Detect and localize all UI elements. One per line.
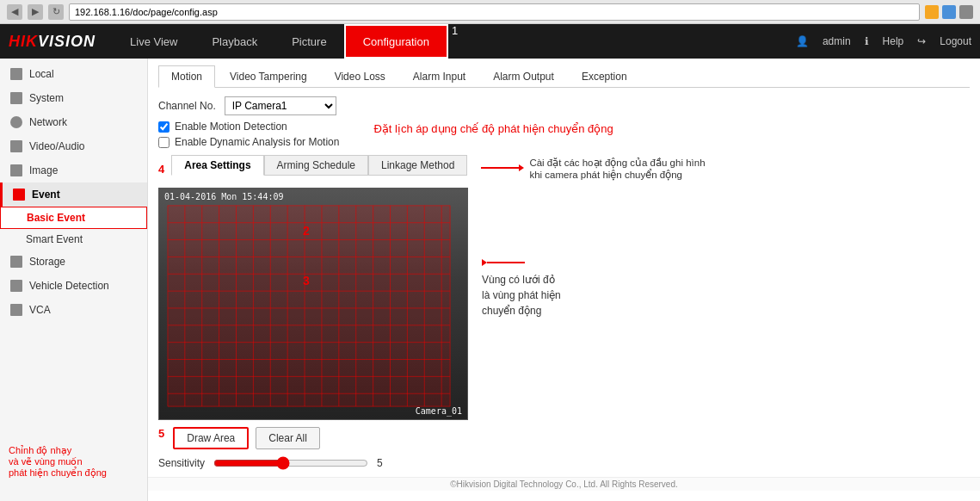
camera-timestamp: 01-04-2016 Mon 15:44:09 — [164, 192, 283, 201]
sidebar-label-vehicle: Vehicle Detection — [29, 280, 109, 292]
sidebar-item-system[interactable]: System — [0, 86, 147, 110]
smart-event-label: Smart Event — [26, 233, 83, 245]
sidebar-label-local: Local — [29, 68, 54, 80]
sidebar-item-local[interactable]: Local — [0, 62, 147, 86]
tab-alarm-input[interactable]: Alarm Input — [400, 65, 478, 87]
sub-tab-area-settings[interactable]: Area Settings — [171, 155, 263, 176]
left-annot-line1: Chỉnh độ nhạy — [9, 445, 139, 456]
sensitivity-row: Sensitivity 5 — [158, 456, 468, 470]
storage-icon — [10, 256, 22, 268]
tabs: Motion Video Tampering Video Loss Alarm … — [158, 65, 970, 88]
logo: HIKVISION — [9, 33, 96, 51]
monitor-icon — [10, 68, 22, 80]
sidebar-item-vca[interactable]: VCA — [0, 298, 147, 322]
content-inner: Motion Video Tampering Video Loss Alarm … — [148, 59, 980, 477]
network-icon — [10, 116, 22, 128]
sidebar-subitem-basic-event[interactable]: Basic Event — [0, 207, 147, 229]
nav-configuration[interactable]: Configuration — [344, 24, 448, 59]
sidebar-label-image: Image — [29, 164, 58, 176]
nav-playback[interactable]: Playback — [194, 24, 274, 59]
arrow-callout-2 — [481, 162, 524, 176]
sensitivity-label: Sensitivity — [158, 457, 205, 469]
basic-event-label: Basic Event — [27, 212, 85, 224]
sidebar-label-network: Network — [29, 116, 67, 128]
channel-label: Channel No. — [158, 100, 216, 112]
forward-button[interactable]: ▶ — [28, 4, 43, 20]
left-annot-line2: và vẽ vùng muốn — [9, 456, 139, 467]
callout-2-line2: khi camera phát hiện chuyển động — [529, 169, 705, 181]
tab-exception[interactable]: Exception — [569, 65, 640, 87]
camera-view: 01-04-2016 Mon 15:44:09 Camera_01 — [158, 188, 468, 420]
navbar-right: 👤 admin ℹ Help ↪ Logout — [796, 35, 971, 47]
right-arrow-svg — [481, 162, 524, 174]
main-content-wrapper: Motion Video Tampering Video Loss Alarm … — [148, 59, 980, 501]
sidebar-subitem-smart-event[interactable]: Smart Event — [0, 229, 147, 250]
event-icon — [13, 189, 25, 201]
left-annotation: Chỉnh độ nhạy và vẽ vùng muốn phát hiện … — [0, 440, 148, 484]
system-icon — [10, 92, 22, 104]
callout-2: Cài đặt các hoạt động của đầu ghi hình k… — [529, 157, 705, 181]
video-icon — [10, 140, 22, 152]
sub-tab-linkage-method[interactable]: Linkage Method — [368, 155, 467, 176]
tab-alarm-output[interactable]: Alarm Output — [480, 65, 567, 87]
menu-icon — [959, 5, 973, 19]
sensitivity-value: 5 — [377, 457, 383, 469]
draw-area-button[interactable]: Draw Area — [173, 427, 249, 449]
help-icon: ℹ — [865, 35, 869, 47]
extension-icon — [942, 5, 956, 19]
logo-hik: HIK — [9, 33, 38, 50]
camera-label: Camera_01 — [416, 406, 462, 416]
sidebar-item-vehicle[interactable]: Vehicle Detection — [0, 274, 147, 298]
tab-video-loss[interactable]: Video Loss — [322, 65, 398, 87]
tab-motion[interactable]: Motion — [158, 65, 215, 88]
motion-grid-overlay — [159, 189, 467, 419]
enable-motion-row: Enable Motion Detection — [158, 121, 339, 133]
sidebar-label-storage: Storage — [29, 256, 65, 268]
browser-bar: ◀ ▶ ↻ — [0, 0, 980, 24]
help-label[interactable]: Help — [883, 35, 904, 47]
sensitivity-slider[interactable] — [213, 456, 368, 470]
main-layout: Local System Network Video/Audio Image E… — [0, 59, 980, 501]
callout-3-text: Vùng có lưới đỏ là vùng phát hiện chuyển… — [482, 272, 561, 319]
enable-motion-label: Enable Motion Detection — [175, 121, 287, 133]
tab-video-tampering[interactable]: Video Tampering — [217, 65, 320, 87]
badge-4: 4 — [158, 163, 164, 176]
clear-all-button[interactable]: Clear All — [256, 427, 320, 449]
badge-5: 5 — [158, 427, 164, 449]
url-bar[interactable] — [69, 3, 920, 21]
user-icon: 👤 — [796, 35, 809, 47]
enable-dynamic-row: Enable Dynamic Analysis for Motion — [158, 136, 339, 148]
svg-marker-34 — [482, 259, 487, 266]
config-number: 1 — [452, 24, 458, 59]
footer: ©Hikvision Digital Technology Co., Ltd. … — [148, 477, 980, 491]
enable-dynamic-checkbox[interactable] — [158, 137, 169, 148]
sidebar-label-event: Event — [32, 189, 60, 201]
callout-3: Vùng có lưới đỏ là vùng phát hiện chuyển… — [482, 257, 561, 319]
star-icon — [925, 5, 939, 19]
sidebar-item-storage[interactable]: Storage — [0, 250, 147, 274]
logout-icon: ↪ — [917, 35, 926, 47]
enable-dynamic-label: Enable Dynamic Analysis for Motion — [175, 136, 339, 148]
channel-select[interactable]: IP Camera1 — [225, 96, 336, 115]
enable-motion-checkbox[interactable] — [158, 121, 169, 133]
logout-label[interactable]: Logout — [940, 35, 971, 47]
sidebar-item-video-audio[interactable]: Video/Audio — [0, 134, 147, 158]
callout-1-text: Đặt lịch áp dụng chế độ phát hiện chuyển… — [373, 122, 613, 135]
sidebar: Local System Network Video/Audio Image E… — [0, 59, 148, 501]
camera-container: 01-04-2016 Mon 15:44:09 Camera_01 — [158, 188, 468, 470]
sidebar-label-system: System — [29, 92, 64, 104]
sidebar-item-image[interactable]: Image — [0, 158, 147, 182]
nav-picture[interactable]: Picture — [274, 24, 343, 59]
sidebar-item-event[interactable]: Event — [0, 182, 147, 207]
refresh-button[interactable]: ↻ — [48, 4, 64, 20]
sub-tab-arming-schedule[interactable]: Arming Schedule — [264, 155, 368, 176]
logo-vision: VISION — [38, 33, 96, 50]
user-label[interactable]: admin — [823, 35, 851, 47]
left-annot-line3: phát hiện chuyển động — [9, 467, 139, 479]
callout-1: Đặt lịch áp dụng chế độ phát hiện chuyển… — [373, 121, 613, 135]
sub-tabs: Area Settings Arming Schedule Linkage Me… — [171, 155, 467, 176]
nav-live-view[interactable]: Live View — [113, 24, 194, 59]
channel-row: Channel No. IP Camera1 — [158, 96, 970, 115]
back-button[interactable]: ◀ — [7, 4, 22, 20]
sidebar-item-network[interactable]: Network — [0, 110, 147, 134]
